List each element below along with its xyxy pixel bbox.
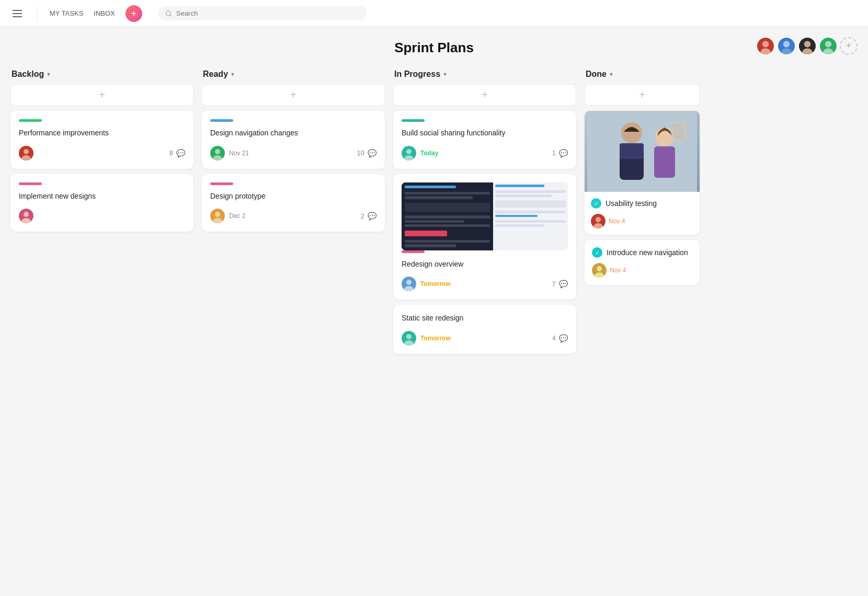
column-header-backlog: Backlog ▾	[10, 70, 193, 79]
add-member-button[interactable]: +	[840, 37, 858, 55]
add-card-ready[interactable]: +	[202, 84, 385, 106]
add-card-backlog[interactable]: +	[10, 84, 193, 106]
card-avatar[interactable]	[19, 209, 33, 223]
hamburger-menu[interactable]	[10, 8, 24, 19]
card-footer: Today 1 💬	[402, 146, 568, 161]
svg-rect-42	[673, 124, 684, 140]
comment-icon: 💬	[559, 149, 568, 157]
card-avatar[interactable]	[591, 214, 606, 228]
card-tag	[19, 182, 42, 185]
card-tag	[402, 119, 425, 122]
avatar-1[interactable]	[756, 37, 775, 55]
svg-point-6	[783, 41, 790, 47]
card-title: Static site redesign	[402, 313, 568, 324]
card-footer: Nov 21 10 💬	[210, 146, 376, 161]
svg-line-1	[170, 15, 171, 16]
svg-rect-40	[654, 146, 675, 178]
comment-count: 7	[552, 280, 556, 288]
card-date: Nov 4	[609, 217, 625, 225]
card-avatar[interactable]	[402, 277, 416, 291]
member-avatars: +	[756, 37, 858, 55]
nav-divider	[37, 6, 37, 21]
card-tag	[19, 119, 42, 122]
page-header: Sprint Plans	[0, 27, 868, 64]
svg-point-44	[596, 217, 601, 222]
card-avatar[interactable]	[210, 209, 225, 223]
card-title: Usability testing	[606, 199, 657, 208]
svg-point-30	[406, 280, 412, 285]
card-date: Tomorrow	[420, 280, 451, 288]
svg-rect-38	[620, 143, 644, 159]
card-title: Implement new designs	[19, 191, 185, 202]
search-icon	[165, 10, 172, 17]
add-card-done[interactable]: +	[585, 84, 700, 106]
avatar-3[interactable]	[798, 37, 817, 55]
card-tag	[210, 119, 233, 122]
svg-point-33	[406, 334, 412, 339]
svg-point-27	[406, 149, 412, 154]
done-check-icon: ✓	[591, 198, 601, 209]
column-backlog: Backlog ▾ + Performance improvements 8 💬	[10, 70, 193, 237]
card-avatar[interactable]	[592, 263, 607, 278]
card-date: Dec 2	[229, 212, 245, 220]
card-usability-testing: ✓ Usability testing Nov 4	[585, 111, 700, 235]
card-implement-new-designs: Implement new designs	[10, 174, 193, 232]
backlog-chevron-icon[interactable]: ▾	[47, 71, 50, 78]
column-ready: Ready ▾ + Design navigation changes Nov …	[202, 70, 385, 237]
card-tag	[210, 182, 233, 185]
comment-count: 2	[361, 212, 364, 220]
card-tag	[402, 250, 425, 253]
card-footer	[19, 209, 185, 223]
kanban-board: Backlog ▾ + Performance improvements 8 💬	[0, 64, 868, 375]
card-meta: 7 💬	[552, 280, 568, 288]
card-image-preview	[402, 182, 568, 250]
comment-count: 1	[552, 149, 556, 157]
svg-point-24	[215, 212, 220, 217]
add-button[interactable]: +	[125, 5, 142, 22]
card-footer: Tomorrow 7 💬	[402, 277, 568, 291]
card-title: Design navigation changes	[210, 128, 376, 139]
card-date: Today	[420, 150, 438, 157]
inbox-link[interactable]: INBOX	[94, 9, 115, 17]
column-in-progress: In Progress ▾ + Build social sharing fun…	[393, 70, 576, 359]
column-header-ready: Ready ▾	[202, 70, 385, 79]
card-performance-improvements: Performance improvements 8 💬	[10, 111, 193, 169]
search-input[interactable]	[176, 9, 360, 17]
card-avatar[interactable]	[402, 146, 416, 161]
card-avatar[interactable]	[402, 331, 416, 346]
card-introduce-navigation: ✓ Introduce new navigation Nov 4	[585, 240, 700, 285]
svg-point-21	[215, 149, 220, 154]
column-header-done: Done ▾	[585, 70, 700, 79]
card-design-prototype: Design prototype Dec 2 2 💬	[202, 174, 385, 232]
card-redesign-overview: Redesign overview Tomorrow 7 💬	[393, 174, 576, 300]
card-title: Build social sharing functionality	[402, 128, 568, 139]
card-meta: 10 💬	[357, 149, 376, 157]
avatar-4[interactable]	[819, 37, 838, 55]
card-meta: 2 💬	[361, 212, 376, 220]
search-bar	[158, 6, 367, 20]
card-meta: 8 💬	[169, 149, 185, 157]
card-avatar[interactable]	[19, 146, 33, 161]
svg-point-12	[825, 41, 831, 47]
column-title-ready: Ready	[203, 70, 228, 79]
my-tasks-link[interactable]: MY TASKS	[50, 9, 83, 17]
in-progress-chevron-icon[interactable]: ▾	[443, 71, 447, 78]
comment-icon: 💬	[559, 280, 568, 288]
card-footer: 8 💬	[19, 146, 185, 161]
svg-point-9	[804, 41, 810, 47]
avatar-2[interactable]	[777, 37, 796, 55]
card-date: Nov 4	[610, 267, 626, 274]
card-design-navigation: Design navigation changes Nov 21 10 💬	[202, 111, 385, 169]
card-content: ✓ Usability testing Nov 4	[585, 192, 700, 235]
done-chevron-icon[interactable]: ▾	[610, 71, 613, 78]
comment-count: 10	[357, 149, 364, 157]
comment-icon: 💬	[368, 149, 376, 157]
card-avatar[interactable]	[210, 146, 225, 161]
card-date: Tomorrow	[420, 335, 451, 342]
ready-chevron-icon[interactable]: ▾	[231, 71, 234, 78]
svg-point-36	[621, 122, 642, 143]
card-title: Design prototype	[210, 191, 376, 202]
card-footer: Nov 4	[592, 263, 692, 278]
add-card-in-progress[interactable]: +	[393, 84, 576, 106]
card-footer: Dec 2 2 💬	[210, 209, 376, 223]
